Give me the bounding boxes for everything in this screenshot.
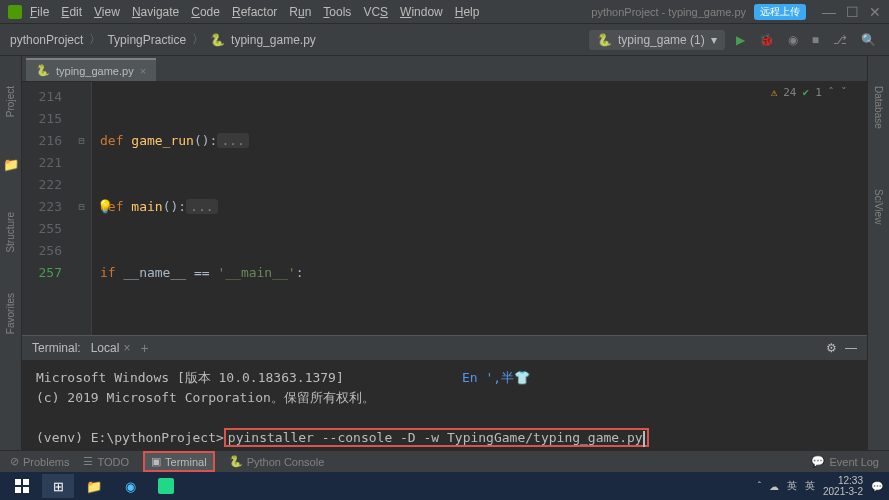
menu-code[interactable]: Code: [191, 5, 220, 19]
debug-button[interactable]: 🐞: [756, 30, 777, 50]
edge-icon[interactable]: ◉: [114, 474, 146, 498]
terminal-header: Terminal: Local × + ⚙ —: [22, 336, 867, 360]
start-button[interactable]: [6, 474, 38, 498]
terminal-tool-button[interactable]: ▣Terminal: [143, 451, 215, 472]
menu-tools[interactable]: Tools: [323, 5, 351, 19]
terminal-tab[interactable]: Local ×: [91, 341, 131, 355]
windows-taskbar: ⊞ 📁 ◉ ˆ ☁ 英 英 12:33 2021-3-2 💬: [0, 472, 889, 500]
menu-window[interactable]: Window: [400, 5, 443, 19]
notification-icon[interactable]: 💬: [871, 481, 883, 492]
ime-lang-1[interactable]: 英: [787, 479, 797, 493]
menu-run[interactable]: Run: [289, 5, 311, 19]
menu-bar: File Edit View Navigate Code Refactor Ru…: [0, 0, 889, 24]
terminal-icon: ▣: [151, 455, 161, 468]
run-configuration-selector[interactable]: 🐍 typing_game (1) ▾: [589, 30, 725, 50]
menu-file[interactable]: File: [30, 5, 49, 19]
menu-navigate[interactable]: Navigate: [132, 5, 179, 19]
intention-bulb-icon[interactable]: 💡: [97, 196, 113, 218]
svg-rect-2: [15, 487, 21, 493]
app-icon: [8, 5, 22, 19]
menu-refactor[interactable]: Refactor: [232, 5, 277, 19]
minimize-button[interactable]: —: [822, 4, 836, 20]
close-tab-button[interactable]: ×: [140, 65, 146, 77]
python-icon: 🐍: [597, 33, 612, 47]
sciview-tool-button[interactable]: SciView: [873, 189, 884, 224]
event-log-button[interactable]: 💬Event Log: [811, 455, 879, 468]
stop-button[interactable]: ■: [809, 30, 822, 50]
maximize-button[interactable]: ☐: [846, 4, 859, 20]
task-view-button[interactable]: ⊞: [42, 474, 74, 498]
pycharm-icon[interactable]: [150, 474, 182, 498]
new-terminal-button[interactable]: +: [140, 340, 148, 356]
line-number: 222: [22, 174, 62, 196]
line-number: 216: [22, 130, 62, 152]
menu-vcs[interactable]: VCS: [363, 5, 388, 19]
project-tool-button[interactable]: Project: [5, 86, 16, 117]
warning-count: 24: [783, 86, 796, 99]
balloon-icon: 💬: [811, 455, 825, 468]
breadcrumb-project[interactable]: pythonProject: [10, 33, 83, 47]
tray-chevron-icon[interactable]: ˆ: [758, 481, 761, 492]
python-icon: 🐍: [229, 455, 243, 468]
clock[interactable]: 12:33 2021-3-2: [823, 475, 863, 497]
terminal-panel: Terminal: Local × + ⚙ — En ',半👕 Microsof…: [22, 335, 867, 450]
line-number: 214: [22, 86, 62, 108]
warning-icon: ⊘: [10, 455, 19, 468]
search-everywhere-button[interactable]: 🔍: [858, 30, 879, 50]
database-tool-button[interactable]: Database: [873, 86, 884, 129]
code-content[interactable]: def game_run():... 💡def main():... if __…: [92, 82, 867, 335]
terminal-line: (c) 2019 Microsoft Corporation。保留所有权利。: [36, 388, 853, 408]
check-icon: ✔: [803, 86, 810, 99]
chevron-up-icon[interactable]: ˆ: [828, 86, 835, 99]
list-icon: ☰: [83, 455, 93, 468]
terminal-command: pyinstaller --console -D -w TypingGame/t…: [228, 430, 643, 445]
svg-rect-1: [23, 479, 29, 485]
onedrive-icon[interactable]: ☁: [769, 481, 779, 492]
breadcrumb-folder[interactable]: TypingPractice: [107, 33, 186, 47]
line-number: 256: [22, 240, 62, 262]
editor-container: 🐍 typing_game.py × ⚠ 24 ✔ 1 ˆ ˇ 214 215 …: [22, 56, 867, 450]
chevron-down-icon: ▾: [711, 33, 717, 47]
favorites-tool-button[interactable]: Favorites: [5, 293, 16, 334]
structure-tool-button[interactable]: Structure: [5, 212, 16, 253]
menu-edit[interactable]: Edit: [61, 5, 82, 19]
python-file-icon: 🐍: [210, 33, 225, 47]
ime-indicator: En ',半👕: [462, 368, 530, 388]
python-console-tool-button[interactable]: 🐍Python Console: [229, 455, 325, 468]
chevron-down-icon[interactable]: ˇ: [840, 86, 847, 99]
terminal-output[interactable]: En ',半👕 Microsoft Windows [版本 10.0.18363…: [22, 360, 867, 450]
svg-rect-3: [23, 487, 29, 493]
folder-icon[interactable]: 📁: [3, 157, 19, 172]
fold-toggle[interactable]: ⊟: [72, 130, 91, 152]
main-area: Project 📁 Structure Favorites 🐍 typing_g…: [0, 56, 889, 450]
close-button[interactable]: ✕: [869, 4, 881, 20]
gear-icon[interactable]: ⚙: [826, 341, 837, 355]
breadcrumb-file[interactable]: typing_game.py: [231, 33, 316, 47]
inspection-widget[interactable]: ⚠ 24 ✔ 1 ˆ ˇ: [771, 86, 847, 99]
svg-rect-0: [15, 479, 21, 485]
run-with-coverage-button[interactable]: ◉: [785, 30, 801, 50]
check-count: 1: [815, 86, 822, 99]
python-file-icon: 🐍: [36, 64, 50, 77]
menu-view[interactable]: View: [94, 5, 120, 19]
line-number-gutter: 214 215 216 221 222 223 255 256 257: [22, 82, 72, 335]
left-tool-strip: Project 📁 Structure Favorites: [0, 56, 22, 450]
vcs-button[interactable]: ⎇: [830, 30, 850, 50]
code-editor[interactable]: ⚠ 24 ✔ 1 ˆ ˇ 214 215 216 221 222 223 255…: [22, 82, 867, 335]
fold-toggle[interactable]: ⊟: [72, 196, 91, 218]
breadcrumb: pythonProject 〉 TypingPractice 〉 🐍 typin…: [10, 31, 316, 48]
close-terminal-tab[interactable]: ×: [123, 341, 130, 355]
float-badge[interactable]: 远程上传: [754, 4, 806, 20]
menu-help[interactable]: Help: [455, 5, 480, 19]
terminal-cursor: [643, 431, 645, 447]
hide-panel-button[interactable]: —: [845, 341, 857, 355]
editor-tab[interactable]: 🐍 typing_game.py ×: [26, 58, 156, 81]
line-number: 257: [22, 262, 62, 284]
run-button[interactable]: ▶: [733, 30, 748, 50]
editor-tab-bar: 🐍 typing_game.py ×: [22, 56, 867, 82]
ime-lang-2[interactable]: 英: [805, 479, 815, 493]
window-title: pythonProject - typing_game.py: [591, 6, 746, 18]
todo-tool-button[interactable]: ☰TODO: [83, 455, 129, 468]
problems-tool-button[interactable]: ⊘Problems: [10, 455, 69, 468]
file-explorer-icon[interactable]: 📁: [78, 474, 110, 498]
